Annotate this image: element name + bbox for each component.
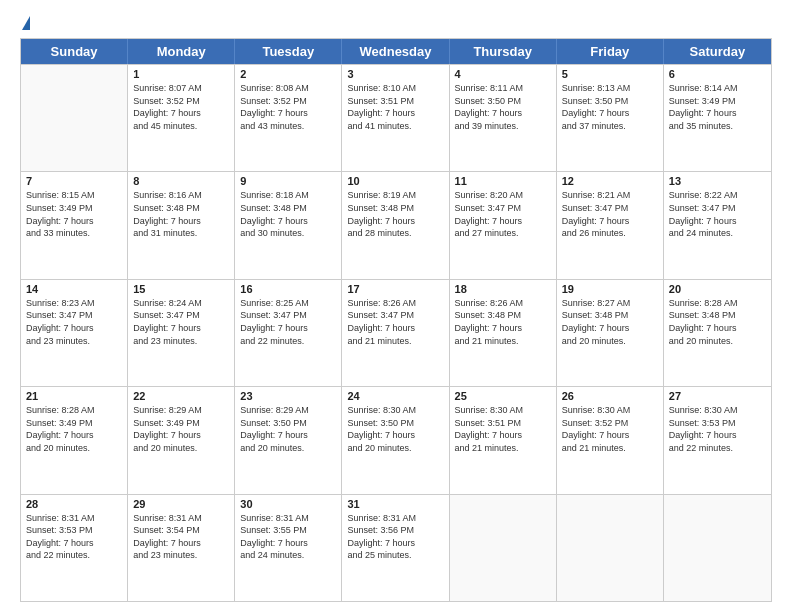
- table-row: 12Sunrise: 8:21 AMSunset: 3:47 PMDayligh…: [557, 172, 664, 278]
- cell-text: and 21 minutes.: [562, 442, 658, 455]
- cell-text: and 25 minutes.: [347, 549, 443, 562]
- cell-text: and 21 minutes.: [455, 335, 551, 348]
- cell-text: Daylight: 7 hours: [133, 107, 229, 120]
- cell-text: Daylight: 7 hours: [669, 429, 766, 442]
- cell-text: Sunset: 3:52 PM: [240, 95, 336, 108]
- cell-text: Sunset: 3:50 PM: [562, 95, 658, 108]
- day-number: 30: [240, 498, 336, 510]
- table-row: 19Sunrise: 8:27 AMSunset: 3:48 PMDayligh…: [557, 280, 664, 386]
- page: SundayMondayTuesdayWednesdayThursdayFrid…: [0, 0, 792, 612]
- day-number: 26: [562, 390, 658, 402]
- cell-text: Sunrise: 8:07 AM: [133, 82, 229, 95]
- cal-header-tuesday: Tuesday: [235, 39, 342, 64]
- table-row: 22Sunrise: 8:29 AMSunset: 3:49 PMDayligh…: [128, 387, 235, 493]
- cell-text: Sunset: 3:56 PM: [347, 524, 443, 537]
- cell-text: Sunset: 3:47 PM: [455, 202, 551, 215]
- cell-text: Daylight: 7 hours: [240, 322, 336, 335]
- cell-text: Sunrise: 8:27 AM: [562, 297, 658, 310]
- day-number: 5: [562, 68, 658, 80]
- table-row: 4Sunrise: 8:11 AMSunset: 3:50 PMDaylight…: [450, 65, 557, 171]
- table-row: 20Sunrise: 8:28 AMSunset: 3:48 PMDayligh…: [664, 280, 771, 386]
- table-row: [450, 495, 557, 601]
- cell-text: Sunrise: 8:30 AM: [669, 404, 766, 417]
- cell-text: Sunset: 3:48 PM: [347, 202, 443, 215]
- cell-text: Daylight: 7 hours: [240, 215, 336, 228]
- day-number: 16: [240, 283, 336, 295]
- table-row: 3Sunrise: 8:10 AMSunset: 3:51 PMDaylight…: [342, 65, 449, 171]
- cell-text: and 24 minutes.: [669, 227, 766, 240]
- table-row: 9Sunrise: 8:18 AMSunset: 3:48 PMDaylight…: [235, 172, 342, 278]
- cal-week-1: 1Sunrise: 8:07 AMSunset: 3:52 PMDaylight…: [21, 64, 771, 171]
- cell-text: Sunset: 3:51 PM: [455, 417, 551, 430]
- cell-text: Sunrise: 8:31 AM: [347, 512, 443, 525]
- cell-text: Daylight: 7 hours: [26, 322, 122, 335]
- cell-text: Daylight: 7 hours: [240, 537, 336, 550]
- cell-text: Sunset: 3:55 PM: [240, 524, 336, 537]
- cell-text: Sunrise: 8:30 AM: [347, 404, 443, 417]
- table-row: 14Sunrise: 8:23 AMSunset: 3:47 PMDayligh…: [21, 280, 128, 386]
- table-row: 13Sunrise: 8:22 AMSunset: 3:47 PMDayligh…: [664, 172, 771, 278]
- table-row: 8Sunrise: 8:16 AMSunset: 3:48 PMDaylight…: [128, 172, 235, 278]
- day-number: 2: [240, 68, 336, 80]
- cell-text: Daylight: 7 hours: [455, 322, 551, 335]
- calendar: SundayMondayTuesdayWednesdayThursdayFrid…: [20, 38, 772, 602]
- day-number: 20: [669, 283, 766, 295]
- cell-text: and 20 minutes.: [26, 442, 122, 455]
- cell-text: and 45 minutes.: [133, 120, 229, 133]
- cal-header-thursday: Thursday: [450, 39, 557, 64]
- cell-text: Daylight: 7 hours: [133, 537, 229, 550]
- cell-text: and 27 minutes.: [455, 227, 551, 240]
- cell-text: and 26 minutes.: [562, 227, 658, 240]
- calendar-body: 1Sunrise: 8:07 AMSunset: 3:52 PMDaylight…: [21, 64, 771, 601]
- cell-text: Sunset: 3:53 PM: [26, 524, 122, 537]
- cell-text: and 35 minutes.: [669, 120, 766, 133]
- day-number: 4: [455, 68, 551, 80]
- day-number: 12: [562, 175, 658, 187]
- day-number: 14: [26, 283, 122, 295]
- table-row: 27Sunrise: 8:30 AMSunset: 3:53 PMDayligh…: [664, 387, 771, 493]
- cal-week-2: 7Sunrise: 8:15 AMSunset: 3:49 PMDaylight…: [21, 171, 771, 278]
- table-row: 25Sunrise: 8:30 AMSunset: 3:51 PMDayligh…: [450, 387, 557, 493]
- cell-text: Sunset: 3:53 PM: [669, 417, 766, 430]
- day-number: 10: [347, 175, 443, 187]
- cell-text: Sunset: 3:52 PM: [133, 95, 229, 108]
- cell-text: Sunset: 3:47 PM: [26, 309, 122, 322]
- cell-text: Daylight: 7 hours: [669, 107, 766, 120]
- cell-text: Daylight: 7 hours: [133, 429, 229, 442]
- day-number: 17: [347, 283, 443, 295]
- cal-header-friday: Friday: [557, 39, 664, 64]
- cell-text: Sunrise: 8:11 AM: [455, 82, 551, 95]
- cell-text: Sunrise: 8:13 AM: [562, 82, 658, 95]
- cell-text: and 31 minutes.: [133, 227, 229, 240]
- table-row: 16Sunrise: 8:25 AMSunset: 3:47 PMDayligh…: [235, 280, 342, 386]
- cell-text: Daylight: 7 hours: [240, 107, 336, 120]
- table-row: 21Sunrise: 8:28 AMSunset: 3:49 PMDayligh…: [21, 387, 128, 493]
- cell-text: and 20 minutes.: [133, 442, 229, 455]
- cell-text: and 22 minutes.: [669, 442, 766, 455]
- cell-text: and 20 minutes.: [240, 442, 336, 455]
- table-row: 18Sunrise: 8:26 AMSunset: 3:48 PMDayligh…: [450, 280, 557, 386]
- cell-text: Daylight: 7 hours: [455, 215, 551, 228]
- cell-text: Sunset: 3:49 PM: [133, 417, 229, 430]
- cal-header-wednesday: Wednesday: [342, 39, 449, 64]
- cell-text: and 22 minutes.: [240, 335, 336, 348]
- day-number: 11: [455, 175, 551, 187]
- cal-header-monday: Monday: [128, 39, 235, 64]
- cell-text: Sunset: 3:47 PM: [347, 309, 443, 322]
- cell-text: Sunset: 3:49 PM: [26, 202, 122, 215]
- cell-text: Sunrise: 8:19 AM: [347, 189, 443, 202]
- table-row: 5Sunrise: 8:13 AMSunset: 3:50 PMDaylight…: [557, 65, 664, 171]
- cal-header-sunday: Sunday: [21, 39, 128, 64]
- cell-text: Daylight: 7 hours: [562, 107, 658, 120]
- cell-text: and 24 minutes.: [240, 549, 336, 562]
- cal-week-3: 14Sunrise: 8:23 AMSunset: 3:47 PMDayligh…: [21, 279, 771, 386]
- cell-text: and 20 minutes.: [562, 335, 658, 348]
- table-row: 2Sunrise: 8:08 AMSunset: 3:52 PMDaylight…: [235, 65, 342, 171]
- cell-text: Sunrise: 8:23 AM: [26, 297, 122, 310]
- cell-text: and 30 minutes.: [240, 227, 336, 240]
- day-number: 22: [133, 390, 229, 402]
- cell-text: Sunrise: 8:30 AM: [455, 404, 551, 417]
- day-number: 18: [455, 283, 551, 295]
- cell-text: Sunrise: 8:26 AM: [455, 297, 551, 310]
- cell-text: Daylight: 7 hours: [669, 215, 766, 228]
